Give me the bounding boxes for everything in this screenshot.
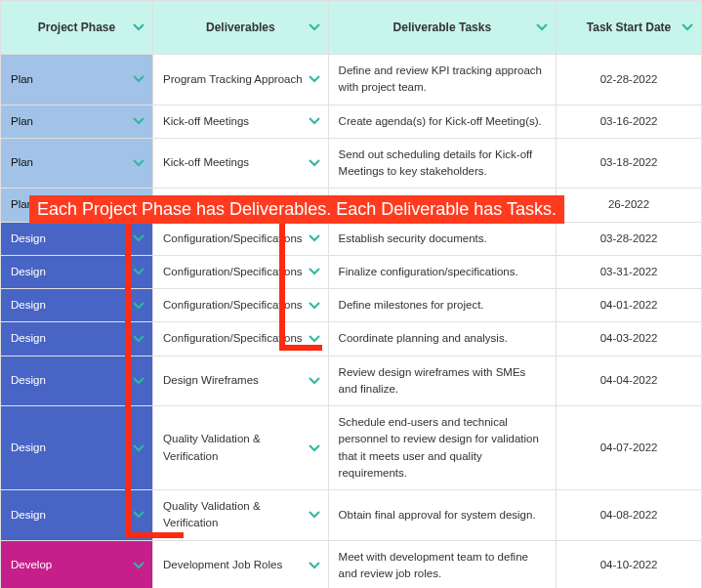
chevron-down-icon[interactable] xyxy=(133,511,145,519)
chevron-down-icon[interactable] xyxy=(309,23,320,31)
deliverable-label: Quality Validation & Verification xyxy=(163,500,261,528)
deliverable-cell[interactable]: Quality Validation & Verification xyxy=(153,490,329,541)
start-date-cell: 02-28-2022 xyxy=(557,55,702,105)
start-date-cell: 26-2022 xyxy=(557,189,702,222)
chevron-down-icon[interactable] xyxy=(309,234,320,242)
table-row: DesignConfiguration/SpecificationsFinali… xyxy=(1,255,702,288)
chevron-down-icon[interactable] xyxy=(133,377,145,385)
chevron-down-icon[interactable] xyxy=(133,335,145,343)
chevron-down-icon[interactable] xyxy=(309,302,320,310)
col-header-tasks-label: Deliverable Tasks xyxy=(393,21,492,34)
annotation-callout: Each Project Phase has Deliverables. Eac… xyxy=(29,195,564,224)
chevron-down-icon[interactable] xyxy=(133,268,145,275)
deliverable-label: Design Wireframes xyxy=(163,374,259,386)
deliverable-label: Program Tracking Approach xyxy=(163,73,303,85)
phase-cell[interactable]: Design xyxy=(1,406,153,490)
chevron-down-icon[interactable] xyxy=(309,117,320,125)
start-date-cell: 04-07-2022 xyxy=(557,406,702,490)
chevron-down-icon[interactable] xyxy=(536,23,548,31)
deliverable-cell[interactable]: Configuration/Specifications xyxy=(153,255,329,288)
phase-cell[interactable]: Design xyxy=(1,222,153,255)
deliverable-cell[interactable]: Kick-off Meetings xyxy=(153,138,329,189)
chevron-down-icon[interactable] xyxy=(681,23,693,31)
phase-cell[interactable]: Plan xyxy=(1,105,153,138)
annotation-callout-text: Each Project Phase has Deliverables. Eac… xyxy=(37,199,557,219)
table-row: PlanProgram Tracking ApproachDefine and … xyxy=(1,55,702,105)
start-date-text: 02-28-2022 xyxy=(600,73,658,85)
deliverable-label: Kick-off Meetings xyxy=(163,115,249,127)
task-cell: Finalize configuration/specifications. xyxy=(328,255,557,288)
start-date-cell: 04-04-2022 xyxy=(557,356,702,406)
chevron-down-icon[interactable] xyxy=(309,562,320,569)
chevron-down-icon[interactable] xyxy=(133,159,145,167)
chevron-down-icon[interactable] xyxy=(309,335,320,343)
phase-label: Design xyxy=(11,266,46,277)
col-header-deliverables[interactable]: Deliverables xyxy=(153,1,329,55)
col-header-deliverables-label: Deliverables xyxy=(206,21,275,34)
chevron-down-icon[interactable] xyxy=(133,75,145,83)
chevron-down-icon[interactable] xyxy=(309,268,320,275)
deliverable-label: Kick-off Meetings xyxy=(163,156,249,168)
deliverable-cell[interactable]: Design Wireframes xyxy=(153,356,329,406)
chevron-down-icon[interactable] xyxy=(133,444,145,452)
task-text: Create agenda(s) for Kick-off Meeting(s)… xyxy=(339,115,542,127)
task-cell: Obtain final approval for system design. xyxy=(328,490,557,541)
start-date-text: 04-08-2022 xyxy=(600,509,658,521)
phase-cell[interactable]: Plan xyxy=(1,55,153,105)
deliverable-cell[interactable]: Configuration/Specifications xyxy=(153,289,329,322)
chevron-down-icon[interactable] xyxy=(309,444,320,452)
chevron-down-icon[interactable] xyxy=(133,117,145,125)
start-date-cell: 03-18-2022 xyxy=(557,138,702,189)
chevron-down-icon[interactable] xyxy=(133,23,145,31)
deliverable-cell[interactable]: Configuration/Specifications xyxy=(153,322,329,356)
task-cell: Send out scheduling details for Kick-off… xyxy=(328,138,557,189)
task-text: Finalize configuration/specifications. xyxy=(339,266,518,277)
deliverable-cell[interactable]: Configuration/Specifications xyxy=(153,222,329,255)
task-cell: Review design wireframes with SMEs and f… xyxy=(328,356,557,406)
task-text: Meet with development team to define and… xyxy=(339,551,528,579)
phase-cell[interactable]: Design xyxy=(1,289,153,322)
chevron-down-icon[interactable] xyxy=(133,302,145,310)
table-row: PlanKick-off MeetingsCreate agenda(s) fo… xyxy=(1,105,702,138)
col-header-start-date[interactable]: Task Start Date xyxy=(557,1,702,55)
deliverable-label: Configuration/Specifications xyxy=(163,332,303,344)
start-date-text: 26-2022 xyxy=(608,198,649,210)
chevron-down-icon[interactable] xyxy=(133,234,145,242)
phase-cell[interactable]: Design xyxy=(1,322,153,356)
phase-cell[interactable]: Plan xyxy=(1,138,153,189)
phase-label: Design xyxy=(11,441,46,453)
phase-cell[interactable]: Design xyxy=(1,356,153,406)
chevron-down-icon[interactable] xyxy=(309,511,320,519)
start-date-cell: 04-03-2022 xyxy=(557,322,702,356)
table-row: DesignQuality Validation & VerificationO… xyxy=(1,490,702,541)
deliverable-cell[interactable]: Development Job Roles xyxy=(153,540,329,588)
chevron-down-icon[interactable] xyxy=(309,75,320,83)
col-header-phase[interactable]: Project Phase xyxy=(1,1,153,55)
start-date-cell: 03-16-2022 xyxy=(557,105,702,138)
table-row: DesignConfiguration/SpecificationsEstabl… xyxy=(1,222,702,255)
task-cell: Meet with development team to define and… xyxy=(328,540,557,588)
task-text: Establish security documents. xyxy=(339,232,487,244)
col-header-tasks[interactable]: Deliverable Tasks xyxy=(328,1,557,55)
task-text: Schedule end-users and technical personn… xyxy=(339,416,539,479)
phase-cell[interactable]: Develop xyxy=(1,540,153,588)
task-cell: Schedule end-users and technical personn… xyxy=(328,406,557,490)
chevron-down-icon[interactable] xyxy=(133,562,145,569)
deliverable-cell[interactable]: Program Tracking Approach xyxy=(153,55,329,105)
deliverable-cell[interactable]: Quality Validation & Verification xyxy=(153,406,329,490)
phase-cell[interactable]: Design xyxy=(1,255,153,288)
task-cell: Coordinate planning and analysis. xyxy=(328,322,557,356)
deliverable-label: Configuration/Specifications xyxy=(163,232,303,244)
phase-label: Design xyxy=(11,299,46,311)
deliverable-label: Development Job Roles xyxy=(163,559,282,570)
deliverable-label: Configuration/Specifications xyxy=(163,266,303,277)
start-date-cell: 04-08-2022 xyxy=(557,490,702,541)
phase-cell[interactable]: Design xyxy=(1,490,153,541)
phase-label: Plan xyxy=(11,115,33,127)
table-row: DesignConfiguration/SpecificationsCoordi… xyxy=(1,322,702,356)
phase-label: Design xyxy=(11,509,46,521)
chevron-down-icon[interactable] xyxy=(309,377,320,385)
col-header-start-date-label: Task Start Date xyxy=(587,21,671,34)
deliverable-cell[interactable]: Kick-off Meetings xyxy=(153,105,329,138)
chevron-down-icon[interactable] xyxy=(309,159,320,167)
